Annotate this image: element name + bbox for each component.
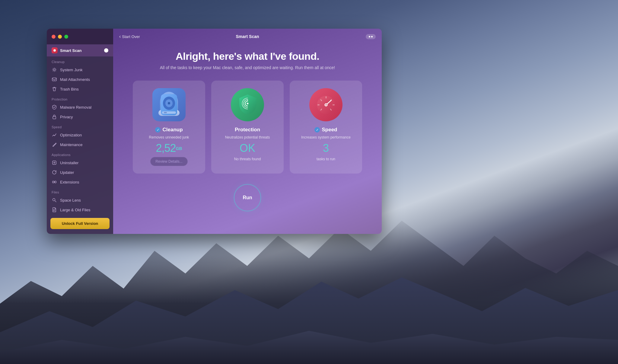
cleanup-card-desc: Removes unneeded junk <box>149 135 189 139</box>
updater-icon <box>52 170 57 175</box>
malware-icon <box>52 104 57 110</box>
sidebar-item-updater[interactable]: Updater <box>47 168 113 177</box>
protection-icon <box>231 88 264 121</box>
optimization-icon <box>52 132 57 138</box>
uninstaller-label: Uninstaller <box>60 161 78 165</box>
mail-attachments-label: Mail Attachments <box>60 77 90 82</box>
review-details-button[interactable]: Review Details... <box>150 157 187 166</box>
svg-point-11 <box>168 102 170 104</box>
close-button[interactable] <box>52 35 56 39</box>
main-headline: Alright, here's what I've found. <box>176 50 319 62</box>
svg-point-7 <box>53 199 55 201</box>
large-old-files-label: Large & Old Files <box>60 208 90 212</box>
svg-point-25 <box>325 104 327 105</box>
gear-icon <box>52 67 57 72</box>
run-button[interactable]: Run <box>234 184 261 211</box>
cleanup-card-title: Cleanup <box>162 127 183 133</box>
main-body: Alright, here's what I've found. All of … <box>113 44 382 234</box>
cleanup-icon-wrap <box>152 88 186 121</box>
dot-1 <box>369 36 370 37</box>
sidebar-item-maintenance[interactable]: Maintenance <box>47 140 113 149</box>
minimize-button[interactable] <box>58 35 62 39</box>
protection-value: OK <box>240 142 255 155</box>
privacy-label: Privacy <box>60 115 73 119</box>
speed-icon-wrap <box>309 88 342 121</box>
back-button[interactable]: ‹ Start Over <box>119 34 140 39</box>
trash-icon <box>52 86 57 92</box>
cleanup-check-icon: ✓ <box>155 127 161 133</box>
uninstaller-icon <box>52 160 57 165</box>
sidebar-item-optimization[interactable]: Optimization <box>47 130 113 140</box>
malware-removal-label: Malware Removal <box>60 105 91 110</box>
sidebar-item-malware-removal[interactable]: Malware Removal <box>47 102 113 112</box>
speed-sub: tasks to run <box>317 157 335 161</box>
extensions-label: Extensions <box>60 180 79 184</box>
more-options-button[interactable] <box>366 34 376 39</box>
files-icon <box>52 207 57 212</box>
space-lens-label: Space Lens <box>60 198 81 203</box>
speed-card-desc: Increases system performance <box>301 135 351 139</box>
section-label-speed: Speed <box>47 122 113 130</box>
protection-card-desc: Neutralizes potential threats <box>225 135 270 139</box>
section-label-protection: Protection <box>47 94 113 102</box>
maintenance-label: Maintenance <box>60 142 82 147</box>
svg-point-0 <box>53 49 56 52</box>
svg-rect-2 <box>52 78 56 81</box>
app-window: Smart Scan Cleanup System Junk Mail Atta… <box>47 29 382 234</box>
cleanup-value-unit: GB <box>176 146 182 151</box>
smart-scan-label: Smart Scan <box>60 48 102 53</box>
svg-rect-3 <box>53 117 56 119</box>
trash-bins-label: Trash Bins <box>60 87 79 91</box>
cleanup-title-row: ✓ Cleanup <box>155 127 183 133</box>
svg-point-1 <box>53 69 55 71</box>
sidebar-item-uninstaller[interactable]: Uninstaller <box>47 158 113 168</box>
unlock-full-version-button[interactable]: Unlock Full Version <box>50 218 110 229</box>
speed-icon <box>309 88 342 121</box>
section-label-files: Files <box>47 187 113 195</box>
window-title: Smart Scan <box>236 34 259 39</box>
cleanup-value: 2,52GB <box>156 142 182 155</box>
speed-card: ✓ Speed Increases system performance 3 t… <box>290 81 362 174</box>
optimization-label: Optimization <box>60 133 82 137</box>
speed-card-title: Speed <box>322 127 337 133</box>
smart-scan-toggle <box>104 48 108 53</box>
main-subheadline: All of the tasks to keep your Mac clean,… <box>160 65 335 70</box>
space-lens-icon <box>52 197 57 203</box>
svg-rect-13 <box>164 112 167 113</box>
dot-2 <box>371 36 373 37</box>
cleanup-value-number: 2,52 <box>156 142 176 154</box>
svg-point-14 <box>247 103 248 104</box>
mail-icon <box>52 77 57 82</box>
cleanup-card: ✓ Cleanup Removes unneeded junk 2,52GB R… <box>133 81 205 174</box>
back-chevron-icon: ‹ <box>119 34 121 39</box>
speed-value: 3 <box>323 142 329 155</box>
updater-label: Updater <box>60 170 74 175</box>
sidebar: Smart Scan Cleanup System Junk Mail Atta… <box>47 29 113 234</box>
protection-card: Protection Neutralizes potential threats… <box>211 81 284 174</box>
sidebar-item-space-lens[interactable]: Space Lens <box>47 195 113 205</box>
section-label-cleanup: Cleanup <box>47 56 113 65</box>
sidebar-item-extensions[interactable]: Extensions <box>47 177 113 187</box>
protection-title-row: Protection <box>235 127 260 133</box>
smart-scan-icon <box>52 47 58 53</box>
speed-title-row: ✓ Speed <box>314 127 337 133</box>
traffic-lights <box>52 35 68 39</box>
maximize-button[interactable] <box>64 35 68 39</box>
sidebar-item-trash-bins[interactable]: Trash Bins <box>47 84 113 94</box>
sidebar-item-system-junk[interactable]: System Junk <box>47 65 113 75</box>
sidebar-item-smart-scan[interactable]: Smart Scan <box>47 44 113 56</box>
section-label-applications: Applications <box>47 149 113 158</box>
back-button-label: Start Over <box>122 34 140 39</box>
protection-card-title: Protection <box>235 127 260 133</box>
cleanup-icon <box>152 88 186 121</box>
sidebar-item-mail-attachments[interactable]: Mail Attachments <box>47 75 113 84</box>
main-header: ‹ Start Over Smart Scan <box>113 29 382 44</box>
speed-check-icon: ✓ <box>314 127 320 133</box>
extensions-icon <box>52 179 57 185</box>
protection-icon-wrap <box>231 88 264 121</box>
cards-row: ✓ Cleanup Removes unneeded junk 2,52GB R… <box>125 81 370 174</box>
sidebar-item-large-old-files[interactable]: Large & Old Files <box>47 205 113 215</box>
maintenance-icon <box>52 142 57 147</box>
sidebar-item-privacy[interactable]: Privacy <box>47 112 113 122</box>
window-titlebar <box>47 29 113 44</box>
